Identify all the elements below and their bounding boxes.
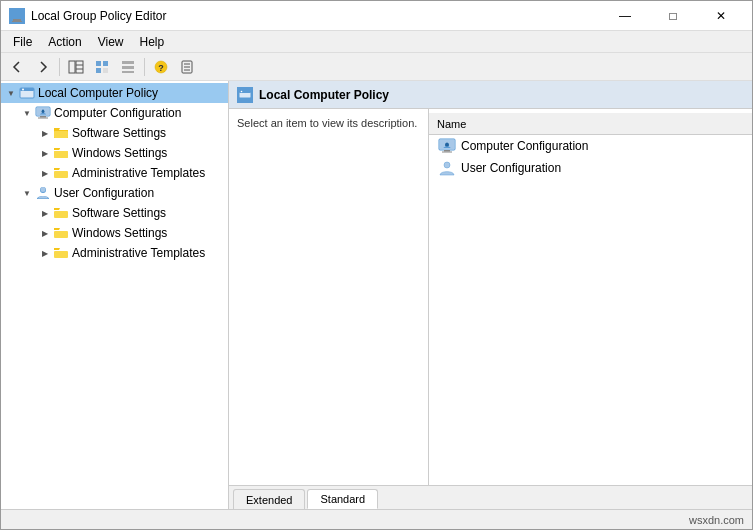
folder-icon-2 — [53, 145, 69, 161]
tree-windows-settings-1[interactable]: ▶ Windows Settings — [1, 143, 228, 163]
status-text: wsxdn.com — [689, 514, 744, 526]
maximize-button[interactable]: □ — [650, 5, 696, 27]
up-button[interactable] — [90, 56, 114, 78]
folder-icon-1 — [53, 125, 69, 141]
tree-software-settings-2-label: Software Settings — [72, 206, 166, 220]
software-settings-1-expander: ▶ — [37, 125, 53, 141]
tree-root[interactable]: ▼ Local Computer Policy — [1, 83, 228, 103]
svg-rect-7 — [96, 61, 101, 66]
windows-settings-1-expander: ▶ — [37, 145, 53, 161]
folder-icon-3 — [53, 165, 69, 181]
svg-rect-30 — [54, 131, 68, 138]
svg-rect-1 — [13, 19, 21, 21]
svg-rect-9 — [96, 68, 101, 73]
svg-rect-33 — [54, 151, 68, 158]
folder-icon-6 — [53, 245, 69, 261]
tree-admin-templates-1[interactable]: ▶ Administrative Templates — [1, 163, 228, 183]
tab-standard[interactable]: Standard — [307, 489, 378, 509]
svg-point-28 — [42, 110, 44, 112]
svg-rect-34 — [54, 171, 68, 178]
tree-admin-templates-2[interactable]: ▶ Administrative Templates — [1, 243, 228, 263]
list-item-computer-icon — [437, 136, 457, 156]
menu-bar: File Action View Help — [1, 31, 752, 53]
svg-rect-25 — [40, 116, 46, 118]
list-item-user-config[interactable]: User Configuration — [429, 157, 752, 179]
tree-panel: ▼ Local Computer Policy ▼ — [1, 81, 229, 509]
main-window: Local Group Policy Editor — □ ✕ File Act… — [0, 0, 753, 530]
svg-point-42 — [241, 90, 243, 92]
window-title: Local Group Policy Editor — [31, 9, 602, 23]
svg-rect-38 — [54, 231, 68, 238]
svg-rect-45 — [444, 150, 450, 152]
window-controls: — □ ✕ — [602, 5, 744, 27]
menu-file[interactable]: File — [5, 33, 40, 51]
tree-software-settings-1[interactable]: ▶ Software Settings — [1, 123, 228, 143]
tree-root-label: Local Computer Policy — [38, 86, 158, 100]
user-config-expander: ▼ — [19, 185, 35, 201]
description-pane: Select an item to view its description. — [229, 109, 429, 485]
root-icon — [19, 85, 35, 101]
tab-extended[interactable]: Extended — [233, 489, 305, 509]
svg-rect-0 — [11, 11, 23, 19]
svg-rect-26 — [38, 118, 48, 119]
forward-button[interactable] — [31, 56, 55, 78]
computer-config-expander: ▼ — [19, 105, 35, 121]
toolbar-separator-2 — [144, 58, 145, 76]
svg-rect-37 — [54, 211, 68, 218]
tree-software-settings-2[interactable]: ▶ Software Settings — [1, 203, 228, 223]
column-name: Name — [437, 118, 744, 130]
tree-admin-templates-1-label: Administrative Templates — [72, 166, 205, 180]
title-bar: Local Group Policy Editor — □ ✕ — [1, 1, 752, 31]
admin-templates-1-expander: ▶ — [37, 165, 53, 181]
close-button[interactable]: ✕ — [698, 5, 744, 27]
description-text: Select an item to view its description. — [237, 117, 417, 129]
computer-config-icon — [35, 105, 51, 121]
list-item-computer-config[interactable]: Computer Configuration — [429, 135, 752, 157]
menu-action[interactable]: Action — [40, 33, 89, 51]
svg-point-22 — [22, 89, 24, 91]
show-list-button[interactable] — [116, 56, 140, 78]
svg-rect-8 — [103, 61, 108, 66]
content-body: Select an item to view its description. … — [229, 109, 752, 485]
tree-user-config[interactable]: ▼ User Configuration — [1, 183, 228, 203]
content-header-title: Local Computer Policy — [259, 88, 389, 102]
svg-rect-4 — [76, 61, 83, 73]
minimize-button[interactable]: — — [602, 5, 648, 27]
svg-rect-46 — [442, 152, 452, 153]
list-item-user-icon — [437, 158, 457, 178]
tree-software-settings-1-label: Software Settings — [72, 126, 166, 140]
list-item-computer-config-label: Computer Configuration — [461, 139, 588, 153]
svg-text:?: ? — [158, 63, 164, 73]
toolbar-separator-1 — [59, 58, 60, 76]
tree-windows-settings-2-label: Windows Settings — [72, 226, 167, 240]
software-settings-2-expander: ▶ — [37, 205, 53, 221]
windows-settings-2-expander: ▶ — [37, 225, 53, 241]
folder-icon-5 — [53, 225, 69, 241]
svg-rect-2 — [12, 21, 22, 22]
svg-rect-11 — [122, 61, 134, 64]
toolbar: ? — [1, 53, 752, 81]
properties-button[interactable] — [175, 56, 199, 78]
tree-windows-settings-2[interactable]: ▶ Windows Settings — [1, 223, 228, 243]
svg-point-36 — [41, 187, 46, 192]
tree-computer-config[interactable]: ▼ Computer Configuration — [1, 103, 228, 123]
list-header: Name — [429, 113, 752, 135]
svg-rect-12 — [122, 66, 134, 69]
user-config-icon — [35, 185, 51, 201]
content-header-icon — [237, 87, 253, 103]
svg-point-48 — [446, 143, 449, 146]
root-expander: ▼ — [3, 85, 19, 101]
tree-windows-settings-1-label: Windows Settings — [72, 146, 167, 160]
tree-computer-config-label: Computer Configuration — [54, 106, 181, 120]
menu-view[interactable]: View — [90, 33, 132, 51]
svg-rect-39 — [54, 251, 68, 258]
back-button[interactable] — [5, 56, 29, 78]
app-icon — [9, 8, 25, 24]
tree-user-config-label: User Configuration — [54, 186, 154, 200]
help-button[interactable]: ? — [149, 56, 173, 78]
svg-point-49 — [444, 162, 450, 168]
svg-rect-3 — [69, 61, 75, 73]
menu-help[interactable]: Help — [132, 33, 173, 51]
show-hide-tree-button[interactable] — [64, 56, 88, 78]
tree-admin-templates-2-label: Administrative Templates — [72, 246, 205, 260]
